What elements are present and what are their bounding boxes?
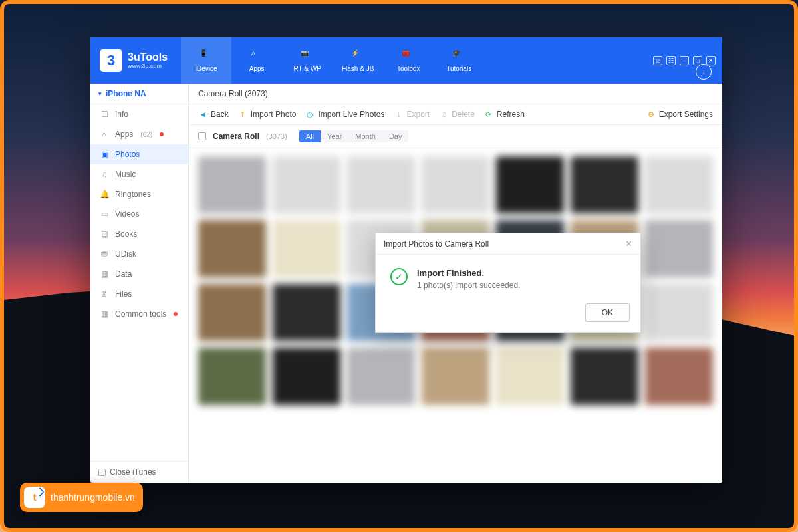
dialog-ok-button[interactable]: OK [585, 303, 630, 322]
nav-flash[interactable]: ⚡ Flash & JB [332, 37, 383, 84]
close-button[interactable]: ✕ [706, 56, 716, 65]
nav-rtwp[interactable]: 📷 RT & WP [282, 37, 332, 84]
export-icon: ⤓ [394, 110, 403, 119]
info-icon: ☐ [100, 110, 109, 119]
nav-toolbox[interactable]: 🧰 Toolbox [383, 37, 434, 84]
device-header[interactable]: iPhone NA [90, 84, 188, 104]
photo-thumb[interactable] [273, 156, 340, 213]
delete-label: Delete [452, 110, 475, 119]
photo-thumb[interactable] [645, 284, 713, 341]
back-button[interactable]: ◄ Back [198, 110, 229, 119]
photo-thumb[interactable] [422, 348, 489, 405]
dialog-close-button[interactable]: ✕ [625, 239, 632, 249]
commontools-icon: ▦ [100, 309, 109, 319]
import-photo-icon: ⤒ [238, 110, 247, 119]
checkbox-icon[interactable] [98, 469, 106, 476]
sidebar-item-music[interactable]: ♫ Music [90, 164, 188, 184]
live-photo-icon: ◎ [305, 110, 315, 119]
seg-all[interactable]: All [299, 130, 321, 142]
data-icon: ▦ [100, 269, 109, 279]
nav-tutorials[interactable]: 🎓 Tutorials [434, 37, 484, 84]
sidebar-item-books[interactable]: ▤ Books [90, 224, 188, 244]
sidebar-item-videos[interactable]: ▭ Videos [90, 204, 188, 224]
sidebar: iPhone NA ☐ Info ⩑ Apps (62) ▣ Photos ♫ … [90, 84, 189, 483]
seg-day[interactable]: Day [382, 130, 409, 142]
export-settings-label: Export Settings [659, 110, 713, 119]
sidebar-item-commontools[interactable]: ▦ Common tools [90, 304, 188, 324]
photo-thumb[interactable] [198, 156, 266, 213]
album-count: (3073) [266, 132, 287, 140]
close-itunes-label: Close iTunes [110, 467, 156, 477]
photo-thumb[interactable] [198, 348, 266, 405]
photo-thumb[interactable] [273, 284, 340, 341]
books-icon: ▤ [100, 229, 109, 239]
photo-thumb[interactable] [645, 220, 713, 277]
photo-thumb[interactable] [198, 220, 266, 277]
seg-month[interactable]: Month [348, 130, 382, 142]
import-result-dialog: Import Photos to Camera Roll ✕ ✓ Import … [375, 233, 641, 333]
back-label: Back [211, 110, 229, 119]
sidebar-item-data[interactable]: ▦ Data [90, 264, 188, 284]
nav-label: RT & WP [294, 65, 321, 72]
sidebar-item-label: Apps [115, 130, 133, 139]
videos-icon: ▭ [100, 209, 109, 219]
refresh-label: Refresh [497, 110, 525, 119]
app-url: www.3u.com [128, 63, 168, 69]
import-photo-button[interactable]: ⤒ Import Photo [238, 110, 297, 119]
main-panel: Camera Roll (3073) ◄ Back ⤒ Import Photo… [189, 84, 722, 483]
photo-thumb[interactable] [273, 220, 340, 277]
watermark-text: thanhtrungmobile.vn [51, 492, 135, 503]
export-settings-button[interactable]: ⚙ Export Settings [646, 110, 713, 119]
sidebar-item-info[interactable]: ☐ Info [90, 104, 188, 124]
photo-thumb[interactable] [645, 348, 713, 405]
photo-thumb[interactable] [347, 348, 415, 405]
delete-icon: ⊘ [439, 110, 448, 119]
sidebar-item-label: Common tools [115, 309, 166, 319]
win-btn-1[interactable]: ⎚ [653, 56, 662, 65]
photo-thumb[interactable] [645, 156, 713, 213]
import-live-button[interactable]: ◎ Import Live Photos [305, 110, 384, 119]
sidebar-item-photos[interactable]: ▣ Photos [90, 144, 188, 164]
nav-label: iDevice [196, 65, 217, 72]
close-itunes-checkbox[interactable]: Close iTunes [90, 461, 188, 483]
nav-apps[interactable]: ⩑ Apps [231, 37, 282, 84]
app-window: 3 3uTools www.3u.com 📱 iDevice ⩑ Apps 📷 … [90, 37, 722, 483]
download-icon[interactable]: ↓ [696, 64, 712, 80]
photo-thumb[interactable] [422, 156, 489, 213]
seg-year[interactable]: Year [321, 130, 348, 142]
nav-label: Apps [249, 65, 265, 72]
sidebar-item-apps[interactable]: ⩑ Apps (62) [90, 124, 188, 144]
notification-dot [160, 132, 164, 136]
album-name: Camera Roll [213, 132, 259, 141]
nav-idevice[interactable]: 📱 iDevice [181, 37, 231, 84]
photo-thumb[interactable] [347, 156, 415, 213]
app-logo: 3 3uTools www.3u.com [90, 49, 178, 72]
watermark-badge: t thanhtrungmobile.vn [20, 483, 143, 512]
sidebar-item-files[interactable]: 🗎 Files [90, 284, 188, 304]
sidebar-item-label: Photos [115, 150, 140, 159]
photo-thumb[interactable] [496, 348, 564, 405]
import-live-label: Import Live Photos [318, 110, 384, 119]
delete-button[interactable]: ⊘ Delete [439, 110, 475, 119]
minimize-button[interactable]: – [680, 56, 689, 65]
photo-thumb[interactable] [496, 156, 564, 213]
refresh-button[interactable]: ⟳ Refresh [484, 110, 525, 119]
import-photo-label: Import Photo [251, 110, 297, 119]
photo-thumb[interactable] [273, 348, 340, 405]
win-btn-2[interactable]: ☷ [666, 56, 676, 65]
sidebar-item-udisk[interactable]: ⛃ UDisk [90, 244, 188, 264]
app-name: 3uTools [128, 52, 168, 63]
export-button[interactable]: ⤓ Export [394, 110, 430, 119]
dialog-heading: Import Finished. [417, 268, 520, 278]
dialog-message: 1 photo(s) import succeeded. [417, 281, 520, 290]
sidebar-item-ringtones[interactable]: 🔔 Ringtones [90, 184, 188, 204]
window-controls: ⎚ ☷ – □ ✕ [653, 56, 722, 65]
photo-thumb[interactable] [571, 348, 638, 405]
toolbox-icon: 🧰 [402, 49, 415, 63]
photo-thumb[interactable] [198, 284, 266, 341]
success-check-icon: ✓ [390, 268, 408, 285]
sidebar-item-label: UDisk [115, 249, 136, 259]
select-all-checkbox[interactable] [198, 132, 206, 140]
udisk-icon: ⛃ [100, 249, 109, 259]
photo-thumb[interactable] [571, 156, 638, 213]
